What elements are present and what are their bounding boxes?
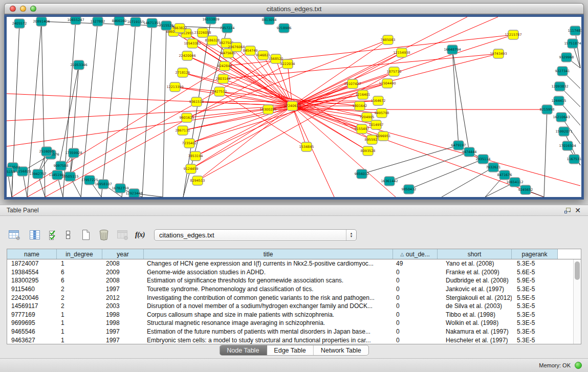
graph-node[interactable]: 7632621 — [486, 163, 501, 172]
graph-node[interactable]: 8186328 — [205, 36, 220, 45]
graph-node[interactable]: 8096951 — [376, 132, 391, 141]
graph-node[interactable]: 8466160 — [112, 17, 127, 26]
close-window-button[interactable] — [10, 6, 16, 12]
graph-node[interactable]: 7485083 — [381, 35, 396, 45]
table-row[interactable]: 2242004622012Investigating the contribut… — [7, 293, 573, 302]
graph-node[interactable]: 2718126 — [176, 68, 190, 77]
graph-node[interactable]: 9495798 — [375, 108, 389, 118]
graph-node[interactable]: 1167531 — [567, 155, 581, 164]
checklist-button[interactable] — [48, 228, 58, 242]
table-row[interactable]: 946362711997Embryonic stem cells: a mode… — [7, 336, 573, 344]
graph-node[interactable]: 7857224 — [220, 24, 235, 33]
graph-node[interactable]: 8471676 — [497, 170, 512, 180]
float-panel-button[interactable] — [562, 206, 573, 215]
tab-node-table[interactable]: Node Table — [220, 345, 267, 355]
graph-node[interactable]: 8093528 — [361, 146, 376, 156]
graph-node[interactable]: 1164672 — [371, 96, 386, 105]
graph-node[interactable]: 17016504 — [559, 141, 576, 150]
graph-node[interactable]: 1527802 — [91, 17, 105, 26]
graph-node[interactable]: 9242848 — [217, 61, 232, 71]
table-row[interactable]: 911546021997Tourette syndrome. Phenomeno… — [7, 285, 573, 294]
table-row[interactable]: 977716911998Corpus callosum shape and si… — [7, 311, 573, 319]
graph-node[interactable]: 9601625 — [180, 113, 194, 122]
graph-node[interactable]: 12215787 — [505, 30, 521, 39]
graph-node[interactable]: 1875710 — [387, 67, 402, 76]
graph-node[interactable]: 9097588 — [54, 161, 69, 170]
graph-node[interactable]: 2803144 — [216, 74, 231, 83]
function-builder-button[interactable]: f(x) — [135, 228, 145, 242]
memory-indicator-icon[interactable] — [575, 362, 582, 369]
graph-node[interactable]: 17359928 — [65, 148, 82, 158]
graph-node[interactable]: 15751874 — [564, 39, 581, 48]
column-header-pagerank[interactable]: pagerank — [512, 249, 558, 259]
graph-node[interactable]: 8294513 — [190, 176, 205, 185]
graph-node[interactable]: 9850432 — [402, 185, 417, 194]
graph-node[interactable]: 16033809 — [202, 17, 219, 24]
stacked-rows-button[interactable] — [64, 228, 72, 242]
column-header-title[interactable]: title — [144, 249, 393, 259]
graph-node[interactable]: 12093832 — [551, 82, 568, 91]
column-header-in_degree[interactable]: in_degree — [57, 249, 102, 259]
graph-node[interactable]: 1244415 — [552, 96, 567, 105]
scrollbar-thumb[interactable] — [575, 261, 580, 280]
column-header-name[interactable]: name — [7, 249, 57, 259]
graph-node[interactable]: 2405572 — [12, 19, 27, 28]
graph-node[interactable]: 20891406 — [33, 17, 50, 26]
graph-node[interactable]: 2935114 — [476, 155, 491, 164]
graph-node[interactable]: 15992071 — [555, 127, 572, 136]
table-select[interactable]: citations_edges.txt ▲▼ — [154, 229, 357, 241]
table-row[interactable]: 1456911722003Disruption of a novel membe… — [7, 302, 573, 311]
new-file-button[interactable] — [81, 228, 91, 242]
graph-node[interactable]: 7515526 — [159, 21, 174, 30]
graph-node[interactable]: 16648794 — [444, 45, 461, 54]
graph-node[interactable]: 7235402 — [182, 139, 197, 148]
zoom-window-button[interactable] — [30, 6, 36, 12]
table-row[interactable]: 1872400712008Changes of HCN gene express… — [7, 259, 573, 268]
graph-node[interactable]: 16210643 — [553, 113, 570, 122]
column-header-short[interactable]: short — [438, 249, 512, 259]
graph-node[interactable]: 8813054 — [262, 17, 277, 25]
table-row[interactable]: 1830029562008Estimation of significance … — [7, 276, 573, 285]
graph-node[interactable]: 9361518 — [189, 97, 204, 106]
graph-node[interactable]: 9856012 — [355, 169, 369, 179]
graph-node[interactable]: 9227341 — [555, 67, 570, 76]
graph-node[interactable]: 3216401 — [356, 90, 371, 99]
graph-node[interactable]: 14671355 — [143, 18, 160, 28]
graph-node[interactable]: 9245652 — [518, 185, 533, 194]
graph-node[interactable]: 7663822 — [172, 24, 187, 33]
graph-node[interactable]: 9124459 — [184, 164, 199, 173]
column-header-out_de[interactable]: △out_de... — [393, 249, 438, 259]
graph-node[interactable]: 9329968 — [559, 53, 574, 62]
graph-node[interactable]: 6479197 — [451, 141, 466, 150]
column-visibility-button[interactable] — [29, 228, 41, 242]
graph-node[interactable]: 9474444 — [462, 147, 477, 157]
graph-node[interactable]: 16361442 — [381, 177, 398, 186]
minimize-window-button[interactable] — [20, 6, 26, 12]
graph-node[interactable]: 22420046 — [179, 51, 195, 60]
table-row[interactable]: 969969511998Structural magnetic resonanc… — [7, 319, 573, 327]
graph-node[interactable]: 9218986 — [277, 24, 292, 33]
table-settings-button[interactable]: ⚙ — [8, 228, 20, 242]
graph-node[interactable]: 8215958 — [540, 105, 555, 114]
tab-edge-table[interactable]: Edge Table — [267, 345, 313, 355]
table-row[interactable]: 1938455462009Genome-wide association stu… — [7, 268, 573, 277]
delete-table-button[interactable] — [117, 228, 129, 242]
tab-network-table[interactable]: Network Table — [314, 345, 368, 355]
column-header-year[interactable]: year — [102, 249, 144, 259]
table-row[interactable]: 946554611997Estimation of the future num… — [7, 327, 573, 336]
graph-node[interactable]: 9155497 — [355, 124, 369, 134]
graph-node[interactable]: 1014957 — [369, 120, 384, 129]
network-window-titlebar[interactable]: citations_edges.txt — [4, 3, 584, 14]
close-panel-button[interactable]: ✕ — [573, 206, 583, 215]
graph-node[interactable]: 1534845 — [299, 142, 314, 151]
trash-button[interactable] — [98, 228, 110, 242]
graph-node[interactable]: 1117481 — [568, 26, 581, 35]
network-canvas[interactable]: 1724061323226058891295588601231054338298… — [7, 17, 581, 197]
graph-node[interactable]: 7853194 — [188, 151, 203, 161]
graph-node[interactable]: 10655247 — [67, 17, 84, 25]
graph-node[interactable]: 19743493 — [490, 49, 507, 58]
graph-node[interactable]: 12213399 — [166, 82, 183, 92]
graph-node[interactable]: 8222034 — [280, 59, 295, 69]
table-vertical-scrollbar[interactable] — [573, 259, 581, 344]
graph-node[interactable]: 2516095 — [39, 147, 54, 156]
